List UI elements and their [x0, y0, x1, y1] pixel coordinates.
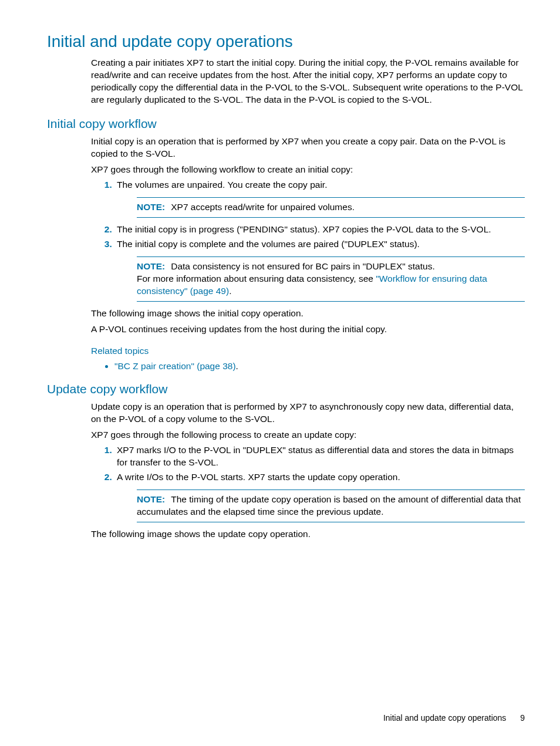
note-label: NOTE: — [137, 494, 165, 504]
paragraph: XP7 goes through the following workflow … — [91, 164, 525, 176]
list-item: The volumes are unpaired. You create the… — [114, 179, 525, 218]
list-item: A write I/Os to the P-VOL starts. XP7 st… — [114, 471, 525, 522]
note-label: NOTE: — [137, 202, 165, 212]
paragraph: A P-VOL continues receiving updates from… — [91, 323, 525, 336]
footer-title: Initial and update copy operations — [383, 713, 506, 723]
note-text: For more information about ensuring data… — [137, 274, 376, 283]
list-item-text: The initial copy is complete and the vol… — [117, 239, 420, 249]
heading-2-update: Update copy workflow — [47, 382, 525, 396]
paragraph: The following image shows the update cop… — [91, 528, 525, 541]
text: . — [236, 361, 238, 371]
page-footer: Initial and update copy operations 9 — [383, 713, 525, 723]
paragraph: Creating a pair initiates XP7 to start t… — [91, 57, 525, 106]
list-item-text: A write I/Os to the P-VOL starts. XP7 st… — [117, 472, 400, 482]
related-topics-list: "BC Z pair creation" (page 38). — [91, 361, 525, 372]
heading-2-initial: Initial copy workflow — [47, 117, 525, 131]
note-text: XP7 accepts read/write for unpaired volu… — [171, 202, 355, 212]
list-item: The initial copy is complete and the vol… — [114, 238, 525, 302]
list-item: "BC Z pair creation" (page 38). — [114, 361, 525, 372]
initial-block: Initial copy is an operation that is per… — [91, 136, 525, 372]
update-block: Update copy is an operation that is perf… — [91, 401, 525, 541]
paragraph: XP7 goes through the following process t… — [91, 429, 525, 441]
document-page: Initial and update copy operations Creat… — [0, 0, 560, 746]
list-item: The initial copy is in progress ("PENDIN… — [114, 224, 525, 236]
note-text: . — [229, 286, 231, 296]
note-box: NOTE:XP7 accepts read/write for unpaired… — [137, 197, 525, 218]
related-topics-heading: Related topics — [91, 345, 525, 357]
note-box: NOTE:The timing of the update copy opera… — [137, 490, 525, 522]
note-text: Data consistency is not ensured for BC p… — [171, 261, 435, 271]
ordered-list-1: The volumes are unpaired. You create the… — [91, 179, 525, 301]
heading-1: Initial and update copy operations — [47, 32, 525, 51]
note-box: NOTE:Data consistency is not ensured for… — [137, 256, 525, 302]
paragraph: The following image shows the initial co… — [91, 308, 525, 320]
note-label: NOTE: — [137, 261, 165, 271]
paragraph: Initial copy is an operation that is per… — [91, 136, 525, 160]
list-item-text: The volumes are unpaired. You create the… — [117, 180, 327, 190]
ordered-list-2: XP7 marks I/O to the P-VOL in "DUPLEX" s… — [91, 444, 525, 522]
note-text: The timing of the update copy operation … — [137, 494, 521, 517]
link-bc-z-pair[interactable]: "BC Z pair creation" (page 38) — [114, 361, 236, 371]
list-item: XP7 marks I/O to the P-VOL in "DUPLEX" s… — [114, 444, 525, 469]
intro-block: Creating a pair initiates XP7 to start t… — [91, 57, 525, 106]
paragraph: Update copy is an operation that is perf… — [91, 401, 525, 426]
footer-page-number: 9 — [520, 713, 525, 723]
